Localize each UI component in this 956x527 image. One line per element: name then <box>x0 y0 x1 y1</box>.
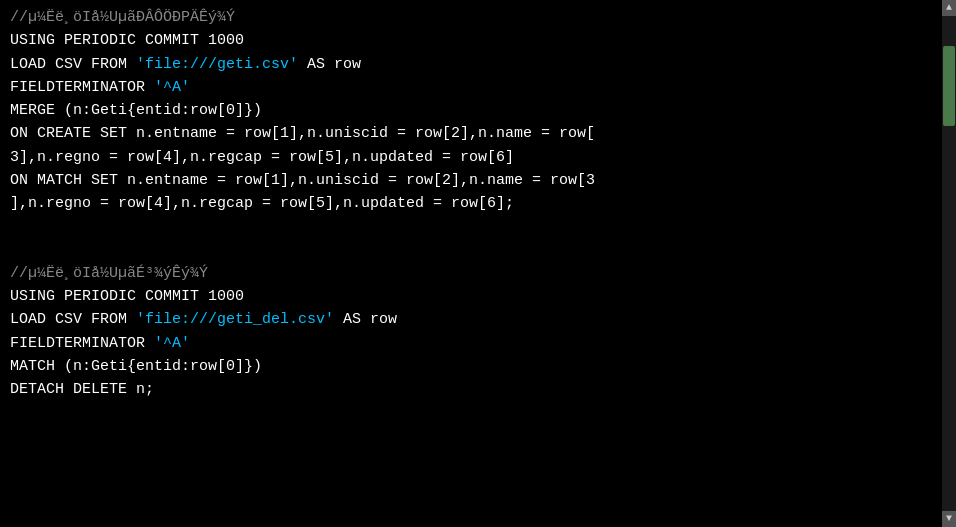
code-line-12: MATCH (n:Geti{entid:row[0]}) <box>10 355 932 378</box>
code-line-3: FIELDTERMINATOR '^A' <box>10 76 932 99</box>
code-line-2: LOAD CSV FROM 'file:///geti.csv' AS row <box>10 53 932 76</box>
scrollbar[interactable]: ▲ ▼ <box>942 0 956 527</box>
scrollbar-track[interactable] <box>942 16 956 511</box>
code-line-9: USING PERIODIC COMMIT 1000 <box>10 285 932 308</box>
scrollbar-arrow-up[interactable]: ▲ <box>942 0 956 16</box>
code-line-7: ON MATCH SET n.entname = row[1],n.unisci… <box>10 169 932 192</box>
code-line-8: ],n.regno = row[4],n.regcap = row[5],n.u… <box>10 192 932 215</box>
scrollbar-arrow-down[interactable]: ▼ <box>942 511 956 527</box>
code-line-5: ON CREATE SET n.entname = row[1],n.unisc… <box>10 122 932 145</box>
blank-line-2 <box>10 239 932 262</box>
code-line-13: DETACH DELETE n; <box>10 378 932 401</box>
scrollbar-thumb[interactable] <box>943 46 955 126</box>
code-line-6: 3],n.regno = row[4],n.regcap = row[5],n.… <box>10 146 932 169</box>
code-editor: //µ¼Ëë​¸öIå½​Uµã​ÐÂÔÖ​ÐP​ÄÊý¾Ý USING PER… <box>0 0 942 527</box>
blank-line-1 <box>10 215 932 238</box>
main-container: //µ¼Ëë​¸öIå½​Uµã​ÐÂÔÖ​ÐP​ÄÊý¾Ý USING PER… <box>0 0 956 527</box>
code-line-11: FIELDTERMINATOR '^A' <box>10 332 932 355</box>
code-comment-1: //µ¼Ëë​¸öIå½​Uµã​ÐÂÔÖ​ÐP​ÄÊý¾Ý <box>10 6 932 29</box>
code-line-1: USING PERIODIC COMMIT 1000 <box>10 29 932 52</box>
code-line-4: MERGE (n:Geti{entid:row[0]}) <box>10 99 932 122</box>
code-comment-2: //µ¼Ëë​¸öIå½​Uµã​É³¾ýÊý¾Ý <box>10 262 932 285</box>
code-line-10: LOAD CSV FROM 'file:///geti_del.csv' AS … <box>10 308 932 331</box>
